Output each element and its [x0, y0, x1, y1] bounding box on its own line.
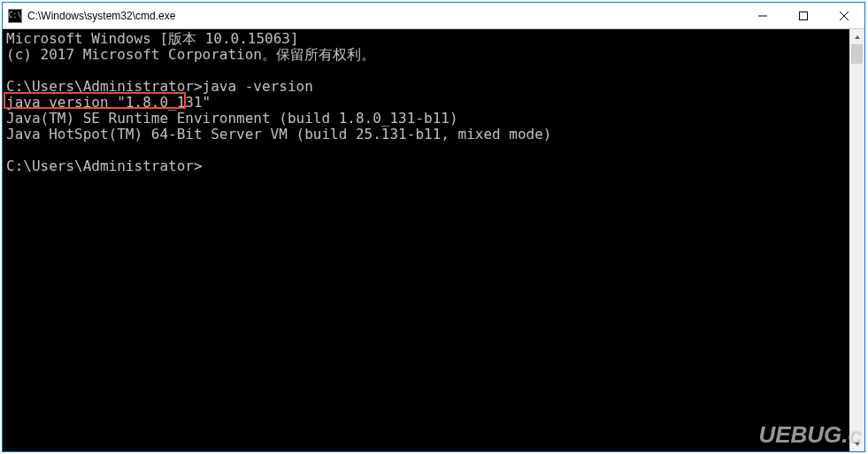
- console-command: java -version: [203, 78, 313, 95]
- window-title: C:\Windows\system32\cmd.exe: [27, 10, 742, 22]
- svg-marker-5: [855, 442, 860, 446]
- scroll-track[interactable]: [849, 44, 864, 436]
- console-line: Java HotSpot(TM) 64-Bit Server VM (build…: [6, 126, 552, 142]
- console-line: Microsoft Windows [版本 10.0.15063]: [6, 30, 299, 47]
- vertical-scrollbar[interactable]: [849, 29, 864, 451]
- console-line: (c) 2017 Microsoft Corporation。保留所有权利。: [6, 46, 375, 63]
- console-line-highlighted: java version "1.8.0_131": [6, 94, 211, 111]
- console-area: Microsoft Windows [版本 10.0.15063] (c) 20…: [3, 29, 864, 451]
- svg-marker-4: [855, 35, 860, 39]
- window-controls: [742, 3, 864, 28]
- titlebar[interactable]: C:\ C:\Windows\system32\cmd.exe: [3, 3, 864, 29]
- cmd-window: C:\ C:\Windows\system32\cmd.exe Microsof…: [2, 2, 865, 452]
- minimize-button[interactable]: [742, 3, 783, 28]
- console-prompt: C:\Users\Administrator>: [6, 78, 203, 95]
- console-output[interactable]: Microsoft Windows [版本 10.0.15063] (c) 20…: [3, 29, 849, 451]
- scroll-up-arrow-icon[interactable]: [849, 29, 864, 44]
- console-prompt: C:\Users\Administrator>: [6, 158, 203, 174]
- svg-rect-1: [800, 12, 808, 19]
- scroll-thumb[interactable]: [851, 44, 863, 64]
- console-line: Java(TM) SE Runtime Environment (build 1…: [6, 110, 458, 127]
- scroll-down-arrow-icon[interactable]: [849, 436, 864, 451]
- maximize-button[interactable]: [783, 3, 824, 28]
- close-button[interactable]: [824, 3, 864, 28]
- cmd-icon: C:\: [8, 9, 22, 23]
